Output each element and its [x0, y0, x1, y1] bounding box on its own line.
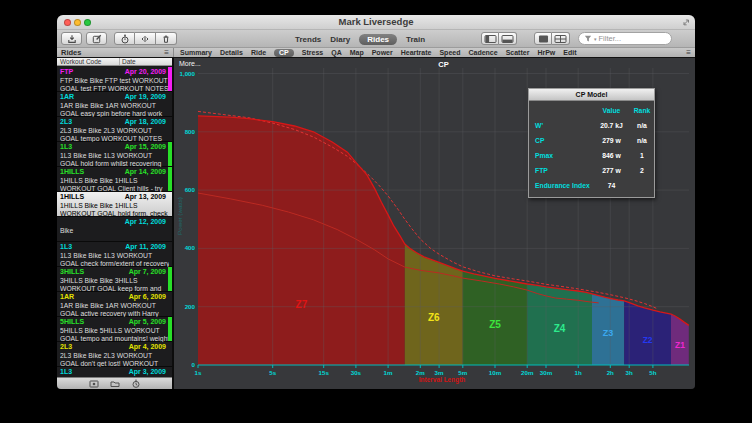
stopwatch-button[interactable]	[114, 32, 135, 45]
ride-row[interactable]: 2L3Apr 18, 20092L3 Bike Bike 2L3 WORKOUT…	[57, 117, 172, 142]
cp-model-cell: 74	[593, 178, 630, 193]
minimize-button[interactable]	[74, 19, 81, 26]
x-tick-label: 3m	[435, 369, 444, 376]
x-tick-label: 1m	[384, 369, 393, 376]
tab-stress[interactable]: Stress	[302, 49, 323, 56]
x-tick-label: 5s	[269, 369, 276, 376]
fullscreen-icon[interactable]	[682, 18, 690, 26]
tab-heartrate[interactable]: Heartrate	[401, 49, 432, 56]
ride-row[interactable]: FTPApr 20, 2009FTP Bike Bike FTP test WO…	[57, 67, 172, 92]
tab-map[interactable]: Map	[350, 49, 364, 56]
column-date[interactable]: Date	[119, 58, 172, 65]
ride-date: Apr 20, 2009	[125, 68, 166, 77]
tab-summary[interactable]: Summary	[180, 49, 212, 56]
tabbar-menu-icon[interactable]: ≡	[686, 48, 691, 57]
ride-row[interactable]: 5HILLSApr 5, 20095HILLS Bike 5HILLS WORK…	[57, 317, 172, 342]
x-tick-label: 5h	[649, 369, 656, 376]
compose-icon	[92, 34, 102, 44]
ride-description: 2L3 Bike Bike 2L3 WORKOUT	[60, 127, 169, 135]
ride-code: 1L3	[60, 243, 72, 252]
ride-color-stripe	[168, 317, 172, 341]
nav-item-train[interactable]: Train	[406, 35, 425, 44]
x-tick-label: 30m	[540, 369, 553, 376]
tool-group	[114, 32, 177, 45]
tab-qa[interactable]: QA	[331, 49, 342, 56]
split-ride-button[interactable]	[135, 32, 156, 45]
folder-icon[interactable]	[110, 379, 120, 389]
x-tick-label: 15s	[319, 369, 330, 376]
stopwatch-icon[interactable]	[131, 379, 141, 389]
ride-date: Apr 13, 2009	[125, 193, 166, 202]
tab-hrpw[interactable]: HrPw	[537, 49, 555, 56]
cp-model-cell: W'	[529, 118, 593, 133]
toggle-sidebar-button[interactable]	[481, 32, 499, 45]
zoom-button[interactable]	[84, 19, 91, 26]
zone-label-z2: Z2	[643, 335, 653, 345]
x-tick-label: 20m	[521, 369, 534, 376]
cp-model-title: CP Model	[529, 89, 654, 101]
tab-edit[interactable]: Edit	[563, 49, 576, 56]
x-tick-label: 5m	[458, 369, 467, 376]
tab-cp[interactable]: CP	[274, 49, 294, 57]
y-tick-label: 200	[185, 303, 196, 310]
ride-date: Apr 14, 2009	[125, 168, 166, 177]
sidebar-menu-icon[interactable]: ≡	[164, 48, 169, 57]
delete-ride-button[interactable]	[156, 32, 177, 45]
chart-title: CP	[174, 60, 695, 69]
cp-model-cell: 20.7 kJ	[593, 118, 630, 133]
ride-row[interactable]: 3HILLSApr 7, 20093HILLS Bike Bike 3HILLS…	[57, 267, 172, 292]
ride-list-header: Workout Code Date	[57, 58, 172, 66]
ride-row[interactable]: 1L3Apr 11, 20091L3 Bike Bike 1L3 WORKOUT…	[57, 242, 172, 267]
tab-cadence[interactable]: Cadence	[468, 49, 497, 56]
ride-row[interactable]: 1L3Apr 15, 20091L3 Bike Bike 1L3 WORKOUT…	[57, 142, 172, 167]
zone-label-z1: Z1	[675, 340, 685, 350]
zone-label-z7: Z7	[296, 299, 308, 310]
nav-item-diary[interactable]: Diary	[330, 35, 350, 44]
slideshow-icon[interactable]	[89, 379, 99, 389]
ride-color-stripe	[168, 67, 172, 91]
close-button[interactable]	[64, 19, 71, 26]
nav-item-trends[interactable]: Trends	[295, 35, 321, 44]
ride-date: Apr 12, 2009	[125, 218, 166, 227]
cp-model-cell: n/a	[630, 133, 654, 148]
tab-details[interactable]: Details	[220, 49, 243, 56]
ride-description: 1L3 Bike Bike 1L3 WORKOUT	[60, 152, 169, 160]
toggle-bottom-panel-button[interactable]	[499, 32, 517, 45]
cp-model-cell	[630, 178, 654, 193]
ride-row[interactable]: 1ARApr 19, 20091AR Bike Bike 1AR WORKOUT…	[57, 92, 172, 117]
sidebar-title: Rides	[61, 48, 164, 57]
ride-row[interactable]: 1L3Apr 3, 2009	[57, 367, 172, 377]
ride-description: 3HILLS Bike Bike 3HILLS	[60, 277, 169, 285]
cp-model-cell: Endurance Index	[529, 178, 593, 193]
trash-icon	[161, 34, 171, 44]
ride-row[interactable]: 2L3Apr 4, 20092L3 Bike Bike 2L3 WORKOUTG…	[57, 342, 172, 367]
sidebar-left-icon	[484, 34, 497, 44]
x-tick-label: 2m	[416, 369, 425, 376]
ride-code: 1AR	[60, 93, 74, 102]
search-filter-field[interactable]: ▾ Filter...	[578, 32, 672, 45]
cp-model-cell: 277 w	[593, 163, 630, 178]
import-ride-button[interactable]	[61, 32, 82, 45]
manual-entry-button[interactable]	[86, 32, 107, 45]
tab-ride[interactable]: Ride	[251, 49, 266, 56]
tab-scatter[interactable]: Scatter	[506, 49, 530, 56]
tab-power[interactable]: Power	[372, 49, 393, 56]
zone-z7	[198, 116, 405, 365]
ride-row[interactable]: 1HILLSApr 13, 20091HILLS Bike Bike 1HILL…	[57, 192, 172, 217]
ride-color-stripe	[168, 142, 172, 166]
tiled-view-button[interactable]	[552, 32, 570, 45]
ride-row[interactable]: 1ARApr 6, 20091AR Bike Bike 1AR WORKOUTG…	[57, 292, 172, 317]
nav-item-rides[interactable]: Rides	[359, 34, 397, 45]
ride-code: FTP	[60, 68, 73, 77]
x-tick-label: 3h	[626, 369, 633, 376]
tab-speed[interactable]: Speed	[439, 49, 460, 56]
ride-description: FTP Bike Bike FTP test WORKOUT	[60, 77, 169, 85]
cp-model-panel: CP Model ValueRankW'20.7 kJn/aCP279 wn/a…	[528, 88, 655, 198]
titlebar[interactable]: Mark Liversedge	[57, 15, 695, 30]
ride-list[interactable]: FTPApr 20, 2009FTP Bike Bike FTP test WO…	[57, 67, 172, 377]
ride-row[interactable]: 1HILLSApr 14, 20091HILLS Bike Bike 1HILL…	[57, 167, 172, 192]
column-workout-code[interactable]: Workout Code	[57, 58, 119, 65]
main-toolbar: TrendsDiaryRidesTrain ▾ Filter...	[57, 30, 695, 48]
ride-row[interactable]: Apr 12, 2009Bike	[57, 217, 172, 242]
single-view-button[interactable]	[534, 32, 552, 45]
